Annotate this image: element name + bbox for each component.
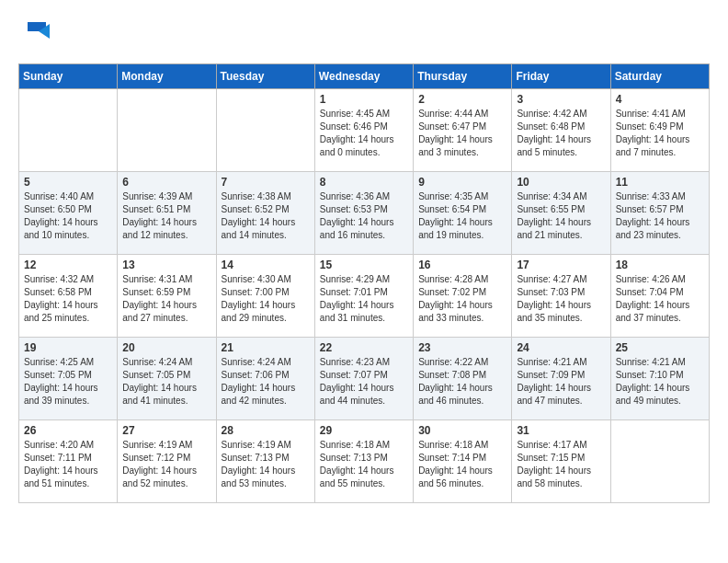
weekday-header-sunday: Sunday xyxy=(19,64,118,89)
day-number: 12 xyxy=(24,259,112,271)
day-info: Sunrise: 4:40 AMSunset: 6:50 PMDaylight:… xyxy=(24,190,112,242)
calendar-cell: 12Sunrise: 4:32 AMSunset: 6:58 PMDayligh… xyxy=(19,255,118,338)
day-info: Sunrise: 4:39 AMSunset: 6:51 PMDaylight:… xyxy=(122,190,210,242)
calendar-cell: 17Sunrise: 4:27 AMSunset: 7:03 PMDayligh… xyxy=(512,255,610,338)
day-number: 6 xyxy=(122,176,210,189)
day-number: 4 xyxy=(616,93,704,106)
day-info: Sunrise: 4:22 AMSunset: 7:08 PMDaylight:… xyxy=(418,356,506,408)
day-number: 2 xyxy=(418,93,506,106)
day-info: Sunrise: 4:34 AMSunset: 6:55 PMDaylight:… xyxy=(517,190,605,242)
weekday-header-tuesday: Tuesday xyxy=(216,64,314,89)
day-info: Sunrise: 4:25 AMSunset: 7:05 PMDaylight:… xyxy=(24,356,112,408)
day-number: 17 xyxy=(517,259,605,271)
calendar-cell: 19Sunrise: 4:25 AMSunset: 7:05 PMDayligh… xyxy=(19,338,118,420)
day-number: 26 xyxy=(24,424,112,437)
day-number: 11 xyxy=(616,176,704,189)
calendar-cell: 18Sunrise: 4:26 AMSunset: 7:04 PMDayligh… xyxy=(610,255,709,338)
calendar-cell: 28Sunrise: 4:19 AMSunset: 7:13 PMDayligh… xyxy=(216,420,314,503)
calendar-cell: 23Sunrise: 4:22 AMSunset: 7:08 PMDayligh… xyxy=(414,338,512,420)
day-number: 9 xyxy=(418,176,506,189)
calendar-cell: 29Sunrise: 4:18 AMSunset: 7:13 PMDayligh… xyxy=(314,420,413,503)
calendar-cell: 20Sunrise: 4:24 AMSunset: 7:05 PMDayligh… xyxy=(118,338,216,420)
page-header xyxy=(18,18,710,49)
day-number: 10 xyxy=(517,176,605,189)
calendar-cell: 25Sunrise: 4:21 AMSunset: 7:10 PMDayligh… xyxy=(610,338,709,420)
day-info: Sunrise: 4:31 AMSunset: 6:59 PMDaylight:… xyxy=(122,273,210,325)
calendar-cell: 8Sunrise: 4:36 AMSunset: 6:53 PMDaylight… xyxy=(314,172,413,255)
weekday-header-saturday: Saturday xyxy=(610,64,709,89)
day-info: Sunrise: 4:42 AMSunset: 6:48 PMDaylight:… xyxy=(517,108,605,159)
day-number: 23 xyxy=(418,341,506,354)
weekday-header-monday: Monday xyxy=(118,64,216,89)
day-number: 31 xyxy=(517,424,605,437)
calendar-cell: 10Sunrise: 4:34 AMSunset: 6:55 PMDayligh… xyxy=(512,172,610,255)
calendar-cell: 21Sunrise: 4:24 AMSunset: 7:06 PMDayligh… xyxy=(216,338,314,420)
day-number: 16 xyxy=(418,259,506,271)
weekday-header-wednesday: Wednesday xyxy=(314,64,413,89)
calendar-cell: 22Sunrise: 4:23 AMSunset: 7:07 PMDayligh… xyxy=(314,338,413,420)
calendar-cell: 13Sunrise: 4:31 AMSunset: 6:59 PMDayligh… xyxy=(118,255,216,338)
calendar-cell xyxy=(19,89,118,172)
day-info: Sunrise: 4:41 AMSunset: 6:49 PMDaylight:… xyxy=(616,108,704,159)
day-number: 15 xyxy=(320,259,408,271)
day-info: Sunrise: 4:35 AMSunset: 6:54 PMDaylight:… xyxy=(418,190,506,242)
day-info: Sunrise: 4:19 AMSunset: 7:13 PMDaylight:… xyxy=(222,439,310,490)
day-info: Sunrise: 4:24 AMSunset: 7:05 PMDaylight:… xyxy=(122,356,210,408)
day-number: 7 xyxy=(222,176,310,189)
calendar-cell: 27Sunrise: 4:19 AMSunset: 7:12 PMDayligh… xyxy=(118,420,216,503)
day-number: 8 xyxy=(320,176,408,189)
day-info: Sunrise: 4:21 AMSunset: 7:10 PMDaylight:… xyxy=(616,356,704,408)
day-number: 19 xyxy=(24,341,112,354)
calendar-cell: 24Sunrise: 4:21 AMSunset: 7:09 PMDayligh… xyxy=(512,338,610,420)
day-number: 14 xyxy=(222,259,310,271)
day-number: 20 xyxy=(122,341,210,354)
calendar-cell xyxy=(216,89,314,172)
day-number: 27 xyxy=(122,424,210,437)
day-number: 29 xyxy=(320,424,408,437)
day-info: Sunrise: 4:19 AMSunset: 7:12 PMDaylight:… xyxy=(122,439,210,490)
calendar-cell: 14Sunrise: 4:30 AMSunset: 7:00 PMDayligh… xyxy=(216,255,314,338)
calendar-cell: 5Sunrise: 4:40 AMSunset: 6:50 PMDaylight… xyxy=(19,172,118,255)
calendar-cell xyxy=(118,89,216,172)
day-info: Sunrise: 4:38 AMSunset: 6:52 PMDaylight:… xyxy=(222,190,310,242)
day-info: Sunrise: 4:23 AMSunset: 7:07 PMDaylight:… xyxy=(320,356,408,408)
day-info: Sunrise: 4:18 AMSunset: 7:14 PMDaylight:… xyxy=(418,439,506,490)
day-number: 21 xyxy=(222,341,310,354)
calendar-cell: 4Sunrise: 4:41 AMSunset: 6:49 PMDaylight… xyxy=(610,89,709,172)
day-info: Sunrise: 4:32 AMSunset: 6:58 PMDaylight:… xyxy=(24,273,112,325)
day-number: 22 xyxy=(320,341,408,354)
calendar-cell: 31Sunrise: 4:17 AMSunset: 7:15 PMDayligh… xyxy=(512,420,610,503)
day-info: Sunrise: 4:28 AMSunset: 7:02 PMDaylight:… xyxy=(418,273,506,325)
calendar-cell: 7Sunrise: 4:38 AMSunset: 6:52 PMDaylight… xyxy=(216,172,314,255)
day-number: 30 xyxy=(418,424,506,437)
calendar-cell: 15Sunrise: 4:29 AMSunset: 7:01 PMDayligh… xyxy=(314,255,413,338)
calendar-cell: 6Sunrise: 4:39 AMSunset: 6:51 PMDaylight… xyxy=(118,172,216,255)
logo-icon xyxy=(20,18,50,44)
calendar-cell: 16Sunrise: 4:28 AMSunset: 7:02 PMDayligh… xyxy=(414,255,512,338)
day-info: Sunrise: 4:18 AMSunset: 7:13 PMDaylight:… xyxy=(320,439,408,490)
day-info: Sunrise: 4:44 AMSunset: 6:47 PMDaylight:… xyxy=(418,108,506,159)
calendar-cell: 30Sunrise: 4:18 AMSunset: 7:14 PMDayligh… xyxy=(414,420,512,503)
day-info: Sunrise: 4:33 AMSunset: 6:57 PMDaylight:… xyxy=(616,190,704,242)
calendar-cell: 2Sunrise: 4:44 AMSunset: 6:47 PMDaylight… xyxy=(414,89,512,172)
day-number: 24 xyxy=(517,341,605,354)
day-number: 3 xyxy=(517,93,605,106)
calendar-cell xyxy=(610,420,709,503)
calendar-cell: 26Sunrise: 4:20 AMSunset: 7:11 PMDayligh… xyxy=(19,420,118,503)
day-info: Sunrise: 4:20 AMSunset: 7:11 PMDaylight:… xyxy=(24,439,112,490)
day-number: 25 xyxy=(616,341,704,354)
day-info: Sunrise: 4:45 AMSunset: 6:46 PMDaylight:… xyxy=(320,108,408,159)
day-info: Sunrise: 4:27 AMSunset: 7:03 PMDaylight:… xyxy=(517,273,605,325)
day-number: 18 xyxy=(616,259,704,271)
day-number: 1 xyxy=(320,93,408,106)
day-info: Sunrise: 4:21 AMSunset: 7:09 PMDaylight:… xyxy=(517,356,605,408)
day-info: Sunrise: 4:29 AMSunset: 7:01 PMDaylight:… xyxy=(320,273,408,325)
weekday-header-thursday: Thursday xyxy=(414,64,512,89)
day-info: Sunrise: 4:24 AMSunset: 7:06 PMDaylight:… xyxy=(222,356,310,408)
day-number: 5 xyxy=(24,176,112,189)
calendar-cell: 11Sunrise: 4:33 AMSunset: 6:57 PMDayligh… xyxy=(610,172,709,255)
calendar-cell: 3Sunrise: 4:42 AMSunset: 6:48 PMDaylight… xyxy=(512,89,610,172)
calendar-cell: 9Sunrise: 4:35 AMSunset: 6:54 PMDaylight… xyxy=(414,172,512,255)
day-info: Sunrise: 4:26 AMSunset: 7:04 PMDaylight:… xyxy=(616,273,704,325)
day-info: Sunrise: 4:30 AMSunset: 7:00 PMDaylight:… xyxy=(222,273,310,325)
